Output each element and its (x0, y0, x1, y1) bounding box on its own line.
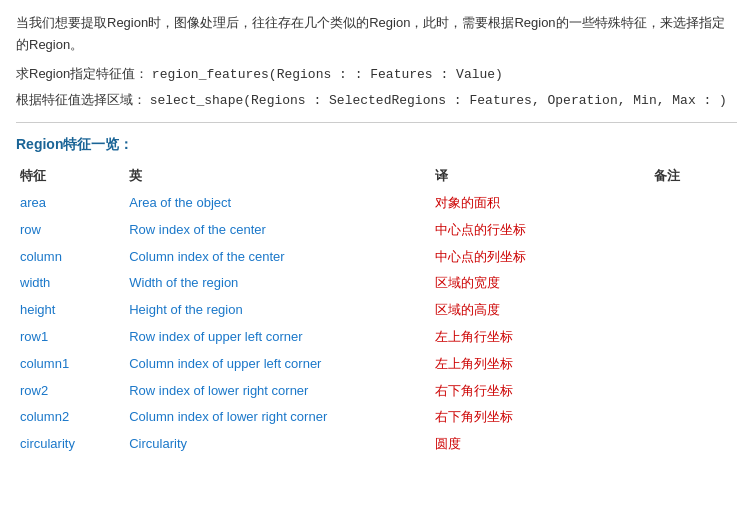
table-row: rowRow index of the center中心点的行坐标 (16, 217, 737, 244)
formula1-code: region_features(Regions : : Features : V… (152, 67, 503, 82)
table-row: areaArea of the object对象的面积 (16, 190, 737, 217)
cell-feature: row2 (16, 378, 125, 405)
table-header: 特征 英 译 备注 (16, 163, 737, 190)
cell-chinese: 左上角行坐标 (431, 324, 649, 351)
cell-note (650, 270, 737, 297)
formula1-label: 求Region指定特征值： (16, 66, 148, 81)
header-chinese: 译 (431, 163, 649, 190)
cell-feature: circularity (16, 431, 125, 458)
cell-note (650, 351, 737, 378)
cell-english: Column index of lower right corner (125, 404, 431, 431)
cell-note (650, 244, 737, 271)
cell-feature: height (16, 297, 125, 324)
cell-feature: width (16, 270, 125, 297)
table-row: row1Row index of upper left corner左上角行坐标 (16, 324, 737, 351)
formula2-line: 根据特征值选择区域： select_shape(Regions : Select… (16, 90, 737, 112)
table-row: heightHeight of the region区域的高度 (16, 297, 737, 324)
cell-note (650, 190, 737, 217)
table-row: row2Row index of lower right corner右下角行坐… (16, 378, 737, 405)
cell-note (650, 378, 737, 405)
cell-chinese: 圆度 (431, 431, 649, 458)
formula1-line: 求Region指定特征值： region_features(Regions : … (16, 64, 737, 86)
divider (16, 122, 737, 123)
cell-chinese: 中心点的列坐标 (431, 244, 649, 271)
table-row: column2Column index of lower right corne… (16, 404, 737, 431)
table-row: widthWidth of the region区域的宽度 (16, 270, 737, 297)
cell-english: Row index of upper left corner (125, 324, 431, 351)
table-row: column1Column index of upper left corner… (16, 351, 737, 378)
cell-feature: row1 (16, 324, 125, 351)
cell-chinese: 区域的宽度 (431, 270, 649, 297)
cell-chinese: 右下角行坐标 (431, 378, 649, 405)
formula2-label: 根据特征值选择区域： (16, 92, 146, 107)
table-body: areaArea of the object对象的面积rowRow index … (16, 190, 737, 458)
cell-chinese: 左上角列坐标 (431, 351, 649, 378)
cell-feature: column2 (16, 404, 125, 431)
cell-feature: row (16, 217, 125, 244)
cell-note (650, 324, 737, 351)
cell-feature: column1 (16, 351, 125, 378)
header-note: 备注 (650, 163, 737, 190)
header-english: 英 (125, 163, 431, 190)
cell-chinese: 右下角列坐标 (431, 404, 649, 431)
cell-note (650, 217, 737, 244)
header-row: 特征 英 译 备注 (16, 163, 737, 190)
cell-feature: column (16, 244, 125, 271)
cell-chinese: 对象的面积 (431, 190, 649, 217)
features-table: 特征 英 译 备注 areaArea of the object对象的面积row… (16, 163, 737, 458)
intro-paragraph: 当我们想要提取Region时，图像处理后，往往存在几个类似的Region，此时，… (16, 12, 737, 56)
cell-chinese: 中心点的行坐标 (431, 217, 649, 244)
cell-english: Column index of the center (125, 244, 431, 271)
cell-english: Column index of upper left corner (125, 351, 431, 378)
header-feature: 特征 (16, 163, 125, 190)
cell-feature: area (16, 190, 125, 217)
cell-english: Width of the region (125, 270, 431, 297)
cell-note (650, 297, 737, 324)
cell-english: Height of the region (125, 297, 431, 324)
cell-english: Area of the object (125, 190, 431, 217)
table-row: columnColumn index of the center中心点的列坐标 (16, 244, 737, 271)
cell-chinese: 区域的高度 (431, 297, 649, 324)
cell-note (650, 404, 737, 431)
formula2-code: select_shape(Regions : SelectedRegions :… (150, 93, 727, 108)
cell-english: Circularity (125, 431, 431, 458)
cell-note: blog.csdn.net/@51CTO转载 (650, 431, 737, 458)
table-row: circularityCircularity圆度blog.csdn.net/@5… (16, 431, 737, 458)
section-title: Region特征一览： (16, 133, 737, 155)
cell-english: Row index of lower right corner (125, 378, 431, 405)
cell-english: Row index of the center (125, 217, 431, 244)
